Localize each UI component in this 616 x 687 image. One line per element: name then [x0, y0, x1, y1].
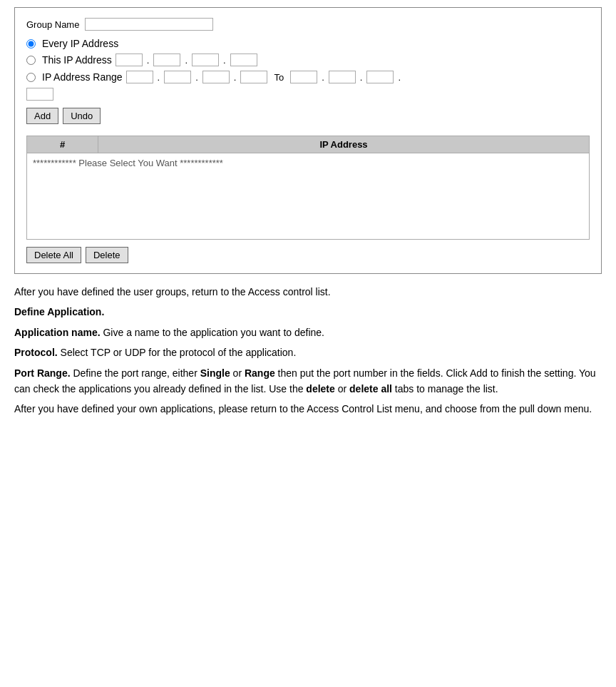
define-app-para: Define Application. [14, 304, 602, 320]
range-sep-2: . [195, 72, 198, 83]
this-ip-label: This IP Address [42, 54, 112, 66]
every-ip-radio[interactable] [26, 39, 36, 49]
protocol-text: Select TCP or UDP for the protocol of th… [58, 347, 297, 358]
group-name-row: Group Name [26, 18, 590, 31]
after-groups-text: After you have defined the user groups, … [14, 284, 602, 300]
this-ip-field-4[interactable] [230, 54, 257, 66]
range-from-field-2[interactable] [164, 71, 191, 83]
undo-button[interactable]: Undo [63, 108, 101, 124]
range-sep-3: . [234, 72, 237, 83]
col-ip-header: IP Address [98, 136, 589, 153]
group-name-input[interactable] [85, 18, 213, 31]
table-placeholder-text: ************ Please Select You Want ****… [33, 158, 583, 168]
this-ip-field-2[interactable] [153, 54, 180, 66]
range-sep-1: . [158, 72, 160, 83]
protocol-para: Protocol. Select TCP or UDP for the prot… [14, 345, 602, 360]
add-button[interactable]: Add [26, 108, 58, 124]
this-ip-radio[interactable] [26, 56, 36, 65]
col-hash-header: # [27, 136, 98, 153]
port-range-text4: tabs to manage the list. [392, 383, 498, 395]
this-ip-field-1[interactable] [115, 54, 143, 66]
group-name-label: Group Name [26, 19, 79, 30]
app-name-text: Give a name to the application you want … [101, 327, 324, 338]
protocol-bold: Protocol. [14, 347, 58, 358]
ip-table: # IP Address ************ Please Select … [26, 136, 590, 240]
port-range-bold: Port Range. [14, 367, 71, 379]
range-from-field-3[interactable] [202, 71, 230, 83]
range-to-sep-2: . [360, 72, 363, 83]
delete-all-button[interactable]: Delete All [26, 247, 81, 263]
app-name-para: Application name. Give a name to the app… [14, 325, 602, 340]
ip-group-form: Group Name Every IP Address This IP Addr… [14, 7, 602, 274]
table-header: # IP Address [27, 136, 589, 153]
range-to-field-3[interactable] [366, 71, 394, 83]
this-ip-sep-2: . [185, 55, 188, 66]
last-octet-row [26, 88, 590, 101]
delete-buttons-row: Delete All Delete [26, 247, 590, 263]
every-ip-label: Every IP Address [42, 38, 118, 49]
port-range-text3: or [335, 383, 349, 395]
port-range-para: Port Range. Define the port range, eithe… [14, 365, 602, 397]
ip-range-row: IP Address Range . . . To . . . [26, 71, 590, 83]
table-body: ************ Please Select You Want ****… [27, 153, 589, 239]
delete-inline-bold: delete [306, 383, 334, 395]
this-ip-row: This IP Address . . . [26, 54, 590, 66]
range-to-field-2[interactable] [329, 71, 356, 83]
ip-range-radio[interactable] [26, 73, 36, 82]
app-name-bold: Application name. [14, 327, 101, 338]
define-app-bold: Define Application. [14, 306, 104, 317]
to-label: To [274, 72, 284, 83]
range-to-field-4[interactable] [26, 88, 53, 101]
range-to-sep-1: . [322, 72, 324, 83]
port-range-or: or [230, 367, 245, 379]
range-to-field-1[interactable] [290, 71, 317, 83]
ip-range-label: IP Address Range [42, 71, 123, 83]
every-ip-row: Every IP Address [26, 38, 590, 49]
single-bold: Single [200, 367, 230, 379]
range-to-sep-3: . [398, 72, 401, 83]
this-ip-sep-1: . [147, 55, 150, 66]
delete-button[interactable]: Delete [86, 247, 128, 263]
this-ip-field-3[interactable] [192, 54, 219, 66]
delete-all-inline-bold: delete all [349, 383, 392, 395]
range-bold: Range [245, 367, 275, 379]
after-apps-text: After you have defined your own applicat… [14, 401, 602, 417]
this-ip-sep-3: . [223, 55, 226, 66]
range-from-field-1[interactable] [126, 71, 153, 83]
description-section: After you have defined the user groups, … [14, 284, 602, 417]
range-from-field-4[interactable] [240, 71, 267, 83]
add-undo-row: Add Undo [26, 108, 590, 124]
port-range-text1: Define the port range, either [71, 367, 200, 379]
